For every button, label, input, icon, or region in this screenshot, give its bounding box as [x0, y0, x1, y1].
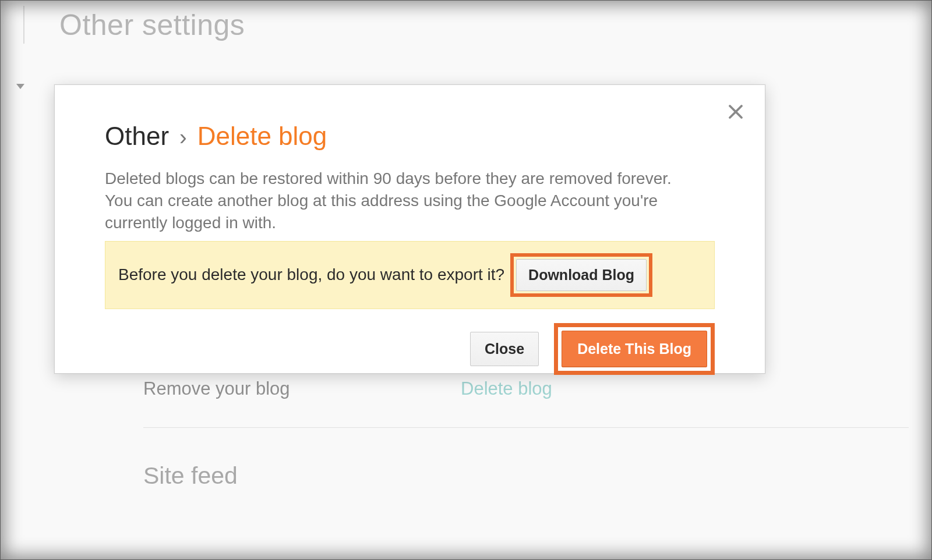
chevron-down-icon[interactable] — [16, 84, 24, 89]
download-blog-button[interactable]: Download Blog — [516, 259, 647, 291]
delete-blog-link[interactable]: Delete blog — [461, 378, 552, 399]
breadcrumb-root[interactable]: Other — [105, 122, 169, 150]
remove-blog-label: Remove your blog — [143, 378, 461, 399]
export-prompt: Before you delete your blog, do you want… — [118, 265, 504, 284]
close-icon[interactable] — [723, 99, 749, 125]
export-banner: Before you delete your blog, do you want… — [105, 241, 715, 309]
title-divider — [23, 6, 24, 44]
breadcrumb-leaf: Delete blog — [197, 122, 327, 150]
dialog-description: Deleted blogs can be restored within 90 … — [105, 168, 699, 233]
settings-row-remove-blog: Remove your blog Delete blog — [143, 378, 909, 428]
page-title: Other settings — [59, 8, 245, 42]
breadcrumb: Other › Delete blog — [105, 122, 715, 150]
delete-this-blog-button[interactable]: Delete This Blog — [562, 331, 707, 367]
section-heading-site-feed: Site feed — [143, 462, 238, 490]
chevron-right-icon: › — [179, 126, 187, 150]
delete-highlight: Delete This Blog — [554, 323, 715, 375]
dialog-actions: Close Delete This Blog — [105, 323, 715, 375]
close-button[interactable]: Close — [470, 332, 539, 366]
download-highlight: Download Blog — [510, 253, 652, 297]
delete-blog-dialog: Other › Delete blog Deleted blogs can be… — [54, 84, 765, 374]
